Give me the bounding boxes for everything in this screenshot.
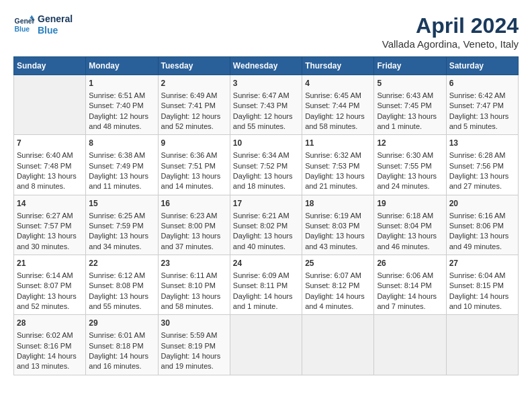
day-info: and 48 minutes. bbox=[89, 122, 154, 132]
day-info: Sunrise: 6:49 AM bbox=[161, 91, 227, 101]
day-info: and 1 minute. bbox=[377, 122, 443, 132]
day-info: and 34 minutes. bbox=[89, 242, 154, 252]
day-number: 13 bbox=[449, 138, 515, 149]
calendar-body: 1Sunrise: 6:51 AMSunset: 7:40 PMDaylight… bbox=[14, 75, 519, 375]
day-info: Sunset: 8:11 PM bbox=[233, 281, 299, 291]
day-info: Daylight: 13 hours bbox=[305, 231, 371, 241]
day-info: Daylight: 12 hours bbox=[305, 111, 371, 122]
day-info: and 52 minutes. bbox=[161, 122, 227, 132]
calendar-cell: 1Sunrise: 6:51 AMSunset: 7:40 PMDaylight… bbox=[86, 75, 158, 135]
calendar-cell: 14Sunrise: 6:27 AMSunset: 7:57 PMDayligh… bbox=[14, 195, 86, 255]
calendar-cell: 13Sunrise: 6:28 AMSunset: 7:56 PMDayligh… bbox=[446, 135, 518, 195]
day-number: 21 bbox=[17, 258, 83, 269]
day-info: Daylight: 13 hours bbox=[377, 171, 443, 181]
day-info: Sunrise: 6:25 AM bbox=[89, 211, 154, 221]
day-info: and 10 minutes. bbox=[449, 302, 515, 312]
day-number: 14 bbox=[17, 198, 83, 210]
day-info: and 46 minutes. bbox=[377, 242, 443, 252]
day-number: 8 bbox=[89, 138, 154, 149]
day-info: Sunset: 7:45 PM bbox=[377, 101, 443, 111]
logo-text-line1: General bbox=[38, 13, 73, 25]
day-info: Sunrise: 6:47 AM bbox=[233, 91, 299, 101]
day-info: Sunset: 7:43 PM bbox=[233, 101, 299, 111]
calendar-week-row: 28Sunrise: 6:02 AMSunset: 8:16 PMDayligh… bbox=[14, 315, 519, 375]
day-info: Daylight: 14 hours bbox=[17, 351, 83, 361]
day-info: Sunrise: 6:42 AM bbox=[449, 91, 515, 101]
day-number: 28 bbox=[17, 318, 83, 329]
day-info: Daylight: 13 hours bbox=[89, 291, 154, 302]
day-number: 19 bbox=[377, 198, 443, 210]
day-number: 20 bbox=[449, 198, 515, 210]
day-info: Daylight: 14 hours bbox=[89, 351, 154, 361]
day-info: Daylight: 13 hours bbox=[449, 171, 515, 181]
day-info: Sunrise: 6:45 AM bbox=[305, 91, 371, 101]
day-info: and 8 minutes. bbox=[17, 181, 83, 191]
day-number: 24 bbox=[233, 258, 299, 269]
day-info: and 5 minutes. bbox=[449, 122, 515, 132]
svg-text:Blue: Blue bbox=[15, 25, 30, 32]
day-info: Daylight: 13 hours bbox=[17, 291, 83, 302]
day-info: Sunset: 7:55 PM bbox=[377, 161, 443, 171]
day-info: and 58 minutes. bbox=[161, 302, 227, 312]
day-info: Daylight: 13 hours bbox=[17, 231, 83, 241]
day-info: Daylight: 14 hours bbox=[161, 351, 227, 361]
day-info: and 4 minutes. bbox=[305, 302, 371, 312]
day-info: Sunrise: 6:36 AM bbox=[161, 150, 227, 161]
day-info: Sunrise: 6:27 AM bbox=[17, 211, 83, 221]
day-info: Sunrise: 5:59 AM bbox=[161, 330, 227, 340]
day-info: Daylight: 13 hours bbox=[449, 231, 515, 241]
day-info: Daylight: 13 hours bbox=[89, 171, 154, 181]
day-info: Sunset: 7:51 PM bbox=[161, 161, 227, 171]
day-info: Daylight: 13 hours bbox=[377, 231, 443, 241]
day-info: and 49 minutes. bbox=[449, 242, 515, 252]
day-number: 10 bbox=[233, 138, 299, 149]
day-info: and 21 minutes. bbox=[305, 181, 371, 191]
day-info: Sunset: 7:44 PM bbox=[305, 101, 371, 111]
day-info: Sunset: 7:49 PM bbox=[89, 161, 154, 171]
day-number: 7 bbox=[17, 138, 83, 149]
day-info: and 16 minutes. bbox=[89, 361, 154, 371]
calendar-cell: 15Sunrise: 6:25 AMSunset: 7:59 PMDayligh… bbox=[86, 195, 158, 255]
day-info: Sunrise: 6:43 AM bbox=[377, 91, 443, 101]
calendar-week-row: 21Sunrise: 6:14 AMSunset: 8:07 PMDayligh… bbox=[14, 255, 519, 315]
calendar-cell: 23Sunrise: 6:11 AMSunset: 8:10 PMDayligh… bbox=[158, 255, 230, 315]
calendar-cell bbox=[14, 75, 86, 135]
day-info: Daylight: 13 hours bbox=[161, 171, 227, 181]
day-info: Daylight: 13 hours bbox=[17, 171, 83, 181]
day-info: and 55 minutes. bbox=[233, 122, 299, 132]
day-info: Sunrise: 6:16 AM bbox=[449, 211, 515, 221]
day-info: Sunset: 8:02 PM bbox=[233, 221, 299, 231]
day-info: Sunset: 7:53 PM bbox=[305, 161, 371, 171]
calendar-cell: 7Sunrise: 6:40 AMSunset: 7:48 PMDaylight… bbox=[14, 135, 86, 195]
day-info: Sunset: 7:59 PM bbox=[89, 221, 154, 231]
day-info: Sunrise: 6:34 AM bbox=[233, 150, 299, 161]
day-info: Sunset: 8:07 PM bbox=[17, 281, 83, 291]
day-info: and 13 minutes. bbox=[17, 361, 83, 371]
calendar-header-row: SundayMondayTuesdayWednesdayThursdayFrid… bbox=[14, 57, 519, 75]
day-info: Sunrise: 6:11 AM bbox=[161, 271, 227, 281]
day-info: Sunrise: 6:40 AM bbox=[17, 150, 83, 161]
calendar-cell: 30Sunrise: 5:59 AMSunset: 8:19 PMDayligh… bbox=[158, 315, 230, 375]
day-info: Sunset: 8:04 PM bbox=[377, 221, 443, 231]
day-of-week-header: Tuesday bbox=[158, 57, 230, 75]
day-info: Daylight: 12 hours bbox=[233, 111, 299, 122]
day-info: Sunset: 7:41 PM bbox=[161, 101, 227, 111]
day-number: 25 bbox=[305, 258, 371, 269]
day-info: Sunset: 7:56 PM bbox=[449, 161, 515, 171]
day-info: Sunrise: 6:12 AM bbox=[89, 271, 154, 281]
calendar-cell: 5Sunrise: 6:43 AMSunset: 7:45 PMDaylight… bbox=[374, 75, 446, 135]
day-info: Daylight: 13 hours bbox=[161, 291, 227, 302]
day-info: and 37 minutes. bbox=[161, 242, 227, 252]
day-info: Sunrise: 6:23 AM bbox=[161, 211, 227, 221]
calendar-cell: 16Sunrise: 6:23 AMSunset: 8:00 PMDayligh… bbox=[158, 195, 230, 255]
day-info: Sunset: 8:15 PM bbox=[449, 281, 515, 291]
day-info: Sunrise: 6:02 AM bbox=[17, 330, 83, 340]
calendar-cell bbox=[446, 315, 518, 375]
calendar-cell: 12Sunrise: 6:30 AMSunset: 7:55 PMDayligh… bbox=[374, 135, 446, 195]
day-info: Sunset: 7:52 PM bbox=[233, 161, 299, 171]
day-info: Sunrise: 6:04 AM bbox=[449, 271, 515, 281]
day-info: Sunrise: 6:32 AM bbox=[305, 150, 371, 161]
day-info: Sunrise: 6:28 AM bbox=[449, 150, 515, 161]
day-info: Sunset: 7:40 PM bbox=[89, 101, 154, 111]
calendar-subtitle: Vallada Agordina, Veneto, Italy bbox=[382, 38, 519, 50]
